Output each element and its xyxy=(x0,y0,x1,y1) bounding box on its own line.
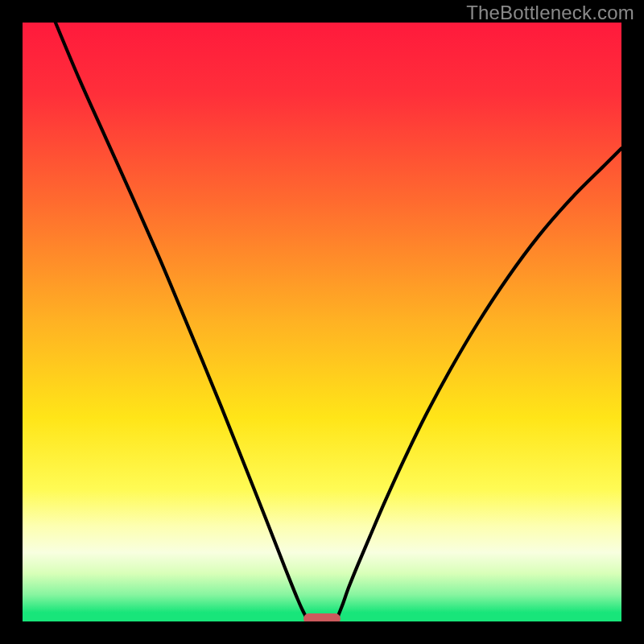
curve-right-branch xyxy=(336,148,621,621)
curve-layer xyxy=(23,23,621,621)
plot-area xyxy=(23,23,621,621)
chart-frame: TheBottleneck.com xyxy=(0,0,644,644)
watermark-text: TheBottleneck.com xyxy=(466,2,634,24)
curve-left-branch xyxy=(56,23,308,621)
vertex-marker xyxy=(303,613,341,621)
